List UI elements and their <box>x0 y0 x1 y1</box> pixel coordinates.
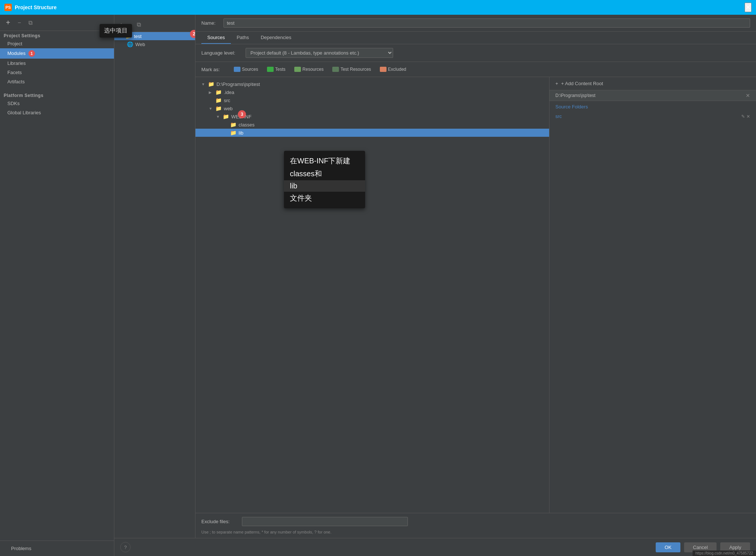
src-folder-icon: 📁 <box>215 97 222 103</box>
idea-expand-icon: ▶ <box>209 90 214 94</box>
source-folder-name-src: src <box>555 114 562 119</box>
content-root-row: D:\Programs\jsp\test ✕ <box>549 90 756 101</box>
step3-tooltip-popup: 在WEB-INF下新建 classes和 lib 文件夹 <box>284 151 365 208</box>
bottom-bar: ? OK Cancel Apply <box>114 538 756 556</box>
name-input[interactable] <box>223 18 750 28</box>
module-tree: + − ⧉ ▼ 📁 test 2 选中项目 🌐 W <box>114 15 195 538</box>
lib-folder-icon: 📁 <box>230 130 236 136</box>
language-level-label: Language level: <box>201 50 242 56</box>
remove-source-folder-button[interactable]: ✕ <box>746 114 750 119</box>
sidebar-item-sdks[interactable]: SDKs <box>0 99 114 108</box>
webinf-expand-icon: ▼ <box>216 115 221 119</box>
webinf-folder-icon: 📁 <box>223 114 229 119</box>
mark-as-tests-button[interactable]: Tests <box>265 66 288 73</box>
exclude-files-label: Exclude files: <box>201 519 238 524</box>
main-panel: Name: Sources Paths Dependencies <box>195 15 756 538</box>
module-copy-button[interactable]: ⧉ <box>135 21 142 29</box>
mark-as-row: Mark as: Sources Tests Resources <box>195 62 756 77</box>
tooltip-line-lib[interactable]: lib <box>284 180 365 192</box>
sidebar-item-libraries[interactable]: Libraries <box>0 59 114 68</box>
file-tree-webinf[interactable]: ▼ 📁 WEB-INF 3 <box>195 112 549 121</box>
source-panel-header: + + Add Content Root <box>549 77 756 90</box>
step-badge-3: 3 <box>238 110 246 118</box>
exclude-files-input[interactable] <box>242 517 408 526</box>
add-module-button[interactable]: + <box>4 18 13 28</box>
source-panel: + + Add Content Root D:\Programs\jsp\tes… <box>549 77 756 513</box>
exclude-files-row: Exclude files: <box>195 513 756 530</box>
help-button[interactable]: ? <box>120 542 131 552</box>
source-folder-src: src ✎ ✕ <box>555 112 750 120</box>
tab-dependencies[interactable]: Dependencies <box>255 32 297 44</box>
sidebar-item-facets[interactable]: Facets <box>0 68 114 77</box>
tab-sources[interactable]: Sources <box>201 32 231 44</box>
sidebar-item-problems[interactable]: Problems <box>4 544 110 553</box>
url-bar: https://blog.csdn.net/m0_47585722 <box>693 550 756 556</box>
file-tree-web[interactable]: ▼ 📁 web <box>195 104 549 112</box>
file-tree-lib[interactable]: 📁 lib <box>195 129 549 137</box>
file-tree-classes[interactable]: 📁 classes <box>195 121 549 129</box>
module-tree-item-web[interactable]: 🌐 Web <box>114 40 195 48</box>
step2-tooltip: 选中项目 <box>114 24 132 38</box>
plus-icon: + <box>555 81 558 86</box>
name-label: Name: <box>201 20 220 26</box>
edit-source-folder-button[interactable]: ✎ <box>741 114 745 119</box>
web-folder-icon2: 📁 <box>215 105 222 111</box>
tooltip-line-4: 文件夹 <box>290 192 359 205</box>
file-tree-root[interactable]: ▼ 📁 D:\Programs\jsp\test <box>195 80 549 88</box>
file-tree-idea[interactable]: ▶ 📁 .idea <box>195 88 549 96</box>
modules-badge: 1 <box>28 50 35 57</box>
classes-folder-icon: 📁 <box>230 122 236 128</box>
mark-as-label: Mark as: <box>201 67 227 72</box>
mark-as-resources-button[interactable]: Resources <box>292 66 326 73</box>
content-panels: ▼ 📁 D:\Programs\jsp\test ▶ 📁 .idea <box>195 77 756 513</box>
remove-module-button[interactable]: − <box>15 19 23 27</box>
sidebar-item-global-libraries[interactable]: Global Libraries <box>0 108 114 117</box>
step-badge-2: 2 <box>190 30 195 38</box>
app-icon: PS <box>4 4 12 11</box>
project-settings-header: Project Settings <box>0 31 114 39</box>
web-folder-icon: 🌐 <box>127 41 133 47</box>
source-folders-section: Source Folders src ✎ ✕ <box>549 101 756 123</box>
ok-button[interactable]: OK <box>656 542 680 552</box>
remove-content-root-button[interactable]: ✕ <box>746 93 750 98</box>
name-row: Name: <box>195 15 756 32</box>
mark-as-test-resources-button[interactable]: Test Resources <box>330 66 373 73</box>
sidebar-item-project[interactable]: Project <box>0 39 114 48</box>
sidebar-item-artifacts[interactable]: Artifacts <box>0 77 114 86</box>
sources-folder-icon <box>234 67 240 72</box>
language-level-row: Language level: Project default (8 - Lam… <box>195 44 756 62</box>
content-root-path: D:\Programs\jsp\test <box>555 93 746 98</box>
tooltip-line-2: classes和 <box>290 167 359 180</box>
root-folder-icon: 📁 <box>208 81 214 87</box>
tests-folder-icon <box>267 67 274 72</box>
tooltip-line-1: 在WEB-INF下新建 <box>290 154 359 167</box>
sidebar-toolbar: + − ⧉ <box>0 15 114 31</box>
root-expand-icon: ▼ <box>201 82 207 86</box>
source-folder-actions: ✎ ✕ <box>741 114 750 119</box>
title-bar: PS Project Structure ✕ <box>0 0 756 15</box>
mark-as-sources-button[interactable]: Sources <box>232 66 260 73</box>
window-title: Project Structure <box>15 4 57 10</box>
copy-module-button[interactable]: ⧉ <box>26 19 35 27</box>
file-tree-src[interactable]: 📁 src <box>195 96 549 104</box>
tab-paths[interactable]: Paths <box>231 32 255 44</box>
add-content-root-button[interactable]: + + Add Content Root <box>555 81 603 86</box>
exclude-hint: Use ; to separate name patterns, * for a… <box>195 530 756 538</box>
web-expand-icon: ▼ <box>209 107 214 111</box>
excluded-folder-icon <box>380 67 386 72</box>
tabs-bar: Sources Paths Dependencies <box>195 32 756 44</box>
sidebar-item-modules[interactable]: Modules 1 <box>0 48 114 59</box>
source-folders-title: Source Folders <box>555 104 750 110</box>
idea-folder-icon: 📁 <box>215 89 222 95</box>
sidebar: + − ⧉ Project Settings Project Modules 1… <box>0 15 114 556</box>
close-window-button[interactable]: ✕ <box>745 3 752 12</box>
file-tree-panel: ▼ 📁 D:\Programs\jsp\test ▶ 📁 .idea <box>195 77 549 513</box>
platform-settings-header: Platform Settings <box>0 91 114 99</box>
resources-folder-icon <box>294 67 301 72</box>
language-level-select[interactable]: Project default (8 - Lambdas, type annot… <box>246 48 393 58</box>
content-area: + − ⧉ ▼ 📁 test 2 选中项目 🌐 W <box>114 15 756 556</box>
mark-as-excluded-button[interactable]: Excluded <box>378 66 408 73</box>
test-resources-folder-icon <box>332 67 339 72</box>
